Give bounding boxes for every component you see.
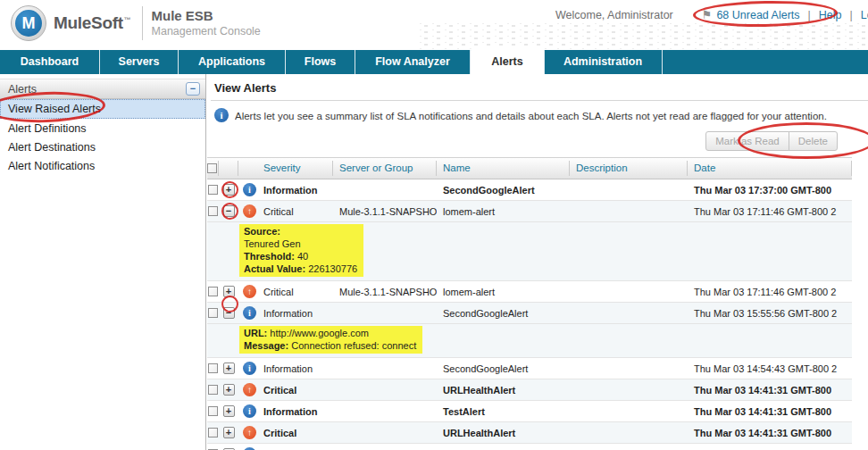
critical-icon: ↑ xyxy=(243,383,256,396)
trademark: ™ xyxy=(124,16,131,24)
row-checkbox[interactable] xyxy=(208,206,218,216)
intro-row: i Alerts let you see a summary list of S… xyxy=(214,108,863,123)
date-cell: Thu Mar 03 14:41:31 GMT-800 xyxy=(688,428,852,438)
expand-toggle[interactable]: + xyxy=(223,286,235,297)
expand-toggle[interactable]: + xyxy=(223,362,235,374)
product-block: Mule ESB Management Console xyxy=(152,8,261,38)
name-cell: lomem-alert xyxy=(437,287,570,297)
tab-dashboard[interactable]: Dashboard xyxy=(0,50,100,74)
tab-administration[interactable]: Administration xyxy=(544,50,663,74)
name-cell: TestAlert xyxy=(437,406,570,417)
detail-label: Message: xyxy=(244,340,288,351)
table-row[interactable]: + ↑Critical URLHealthAlert Thu Mar 03 14… xyxy=(207,379,852,401)
header-cell-description[interactable]: Description xyxy=(570,161,688,176)
detail-value: 226130776 xyxy=(308,263,357,274)
row-checkbox[interactable] xyxy=(208,428,218,438)
name-cell: lomem-alert xyxy=(437,206,570,217)
logout-link[interactable]: Log Out xyxy=(861,9,868,21)
severity-label: Information xyxy=(263,406,318,417)
unread-flag-icon: ⚑ xyxy=(702,8,713,21)
mmc-alerts-page: M MuleSoft™ Mule ESB Management Console … xyxy=(0,0,868,450)
brand: M MuleSoft™ Mule ESB Management Console xyxy=(11,5,261,41)
severity-label: Information xyxy=(263,308,313,319)
detail-label: Threshold: xyxy=(244,251,295,262)
tab-servers[interactable]: Servers xyxy=(100,50,179,74)
server-cell: Mule-3.1.1-SNAPSHOT( xyxy=(333,287,437,297)
app-header: M MuleSoft™ Mule ESB Management Console … xyxy=(0,0,868,50)
header-cell-select xyxy=(207,161,219,176)
table-row[interactable]: + ↑Critical URLHealthAlert Thu Mar 03 14… xyxy=(207,422,852,444)
severity-label: Critical xyxy=(263,428,296,438)
row-checkbox[interactable] xyxy=(208,363,218,373)
expand-toggle[interactable]: + xyxy=(223,184,235,196)
critical-icon: ↑ xyxy=(243,285,256,298)
header-cell-severity[interactable]: Severity xyxy=(238,161,333,176)
critical-icon: ↑ xyxy=(243,204,256,218)
table-row[interactable]: + iInformation SecondGoogleAlert Thu Mar… xyxy=(207,358,852,379)
name-cell: SecondGoogleAlert xyxy=(437,308,570,319)
tab-applications[interactable]: Applications xyxy=(179,50,286,74)
tab-alerts[interactable]: Alerts xyxy=(471,47,544,75)
detail-value: Tenured Gen xyxy=(244,238,357,250)
header-cell-server[interactable]: Server or Group xyxy=(333,161,437,176)
expand-toggle[interactable]: + xyxy=(223,427,235,438)
mark-as-read-button[interactable]: Mark as Read xyxy=(705,131,789,151)
header-links: Welcome, Administrator ⚑ 68 Unread Alert… xyxy=(555,8,868,21)
table-row[interactable]: − ↑Critical Mule-3.1.1-SNAPSHOT( lomem-a… xyxy=(207,201,852,222)
row-checkbox[interactable] xyxy=(208,385,218,395)
mulesoft-logo-icon: M xyxy=(11,5,46,41)
link-separator: | xyxy=(808,9,811,21)
alerts-table: Severity Server or Group Name Descriptio… xyxy=(207,157,852,450)
table-row[interactable]: + ↑Critical Mule-3.1.1-SNAPSHOT( lomem-a… xyxy=(207,281,852,303)
information-icon: i xyxy=(243,362,256,375)
server-cell: Mule-3.1.1-SNAPSHOT( xyxy=(333,206,437,217)
table-row[interactable]: + iInformation TestAlert Thu Mar 03 14:4… xyxy=(207,401,852,422)
date-cell: Thu Mar 03 14:54:43 GMT-800 2 xyxy=(688,363,852,374)
sidebar-item-alert-notifications[interactable]: Alert Notifications xyxy=(0,156,205,175)
main-nav: Dashboard Servers Applications Flows Flo… xyxy=(0,50,868,74)
date-cell: Thu Mar 03 15:55:56 GMT-800 2 xyxy=(688,308,852,319)
detail-value: Connection refused: connect xyxy=(291,340,416,351)
date-cell: Thu Mar 03 17:11:46 GMT-800 2 xyxy=(688,287,852,297)
brand-divider xyxy=(142,6,143,40)
delete-button[interactable]: Delete xyxy=(789,131,838,151)
select-all-checkbox[interactable] xyxy=(207,163,217,173)
row-checkbox[interactable] xyxy=(208,308,218,318)
sidebar-item-alert-definitions[interactable]: Alert Definitions xyxy=(0,119,205,138)
detail-label: URL: xyxy=(244,328,267,338)
row-checkbox[interactable] xyxy=(208,406,218,416)
row-checkbox[interactable] xyxy=(208,287,218,296)
collapse-toggle[interactable]: − xyxy=(223,307,235,319)
tab-flows[interactable]: Flows xyxy=(286,50,355,74)
collapse-toggle[interactable]: − xyxy=(223,205,235,217)
link-separator: | xyxy=(850,9,853,21)
main-content: View Alerts i Alerts let you see a summa… xyxy=(207,74,868,450)
help-link[interactable]: Help xyxy=(819,9,842,21)
unread-alerts-link[interactable]: 68 Unread Alerts xyxy=(716,9,799,21)
sidebar-item-view-raised-alerts[interactable]: View Raised Alerts xyxy=(0,99,205,119)
information-icon: i xyxy=(243,404,256,418)
header-cell-date[interactable]: Date xyxy=(688,161,852,176)
row-detail-panel: Source: Tenured Gen Threshold: 40 Actual… xyxy=(207,222,852,281)
tab-flow-analyzer[interactable]: Flow Analyzer xyxy=(355,50,471,74)
alert-detail-highlight: Source: Tenured Gen Threshold: 40 Actual… xyxy=(239,224,363,277)
table-row[interactable]: + iInformation SecondGoogleAlert Thu Mar… xyxy=(207,444,852,450)
dot-pattern-decoration xyxy=(420,23,868,50)
header-cell-name[interactable]: Name xyxy=(437,161,570,176)
date-cell: Thu Mar 03 14:41:31 GMT-800 xyxy=(688,406,852,417)
alerts-toolbar: Mark as Read Delete xyxy=(705,131,838,151)
welcome-text: Welcome, Administrator xyxy=(555,9,673,21)
expand-toggle[interactable]: + xyxy=(223,384,235,396)
name-cell: URLHealthAlert xyxy=(437,385,570,396)
sidebar-item-alert-destinations[interactable]: Alert Destinations xyxy=(0,138,205,156)
collapse-panel-button[interactable]: − xyxy=(186,82,200,96)
detail-label: Actual Value: xyxy=(244,263,305,274)
table-row[interactable]: − iInformation SecondGoogleAlert Thu Mar… xyxy=(207,303,852,324)
page-title: View Alerts xyxy=(214,81,276,95)
row-checkbox[interactable] xyxy=(208,185,218,195)
product-name: Mule ESB xyxy=(152,8,261,24)
info-icon: i xyxy=(214,108,229,122)
alerts-sidebar: Alerts − View Raised Alerts Alert Defini… xyxy=(0,74,206,450)
expand-toggle[interactable]: + xyxy=(223,405,235,417)
table-row[interactable]: + iInformation SecondGoogleAlert Thu Mar… xyxy=(207,179,852,201)
